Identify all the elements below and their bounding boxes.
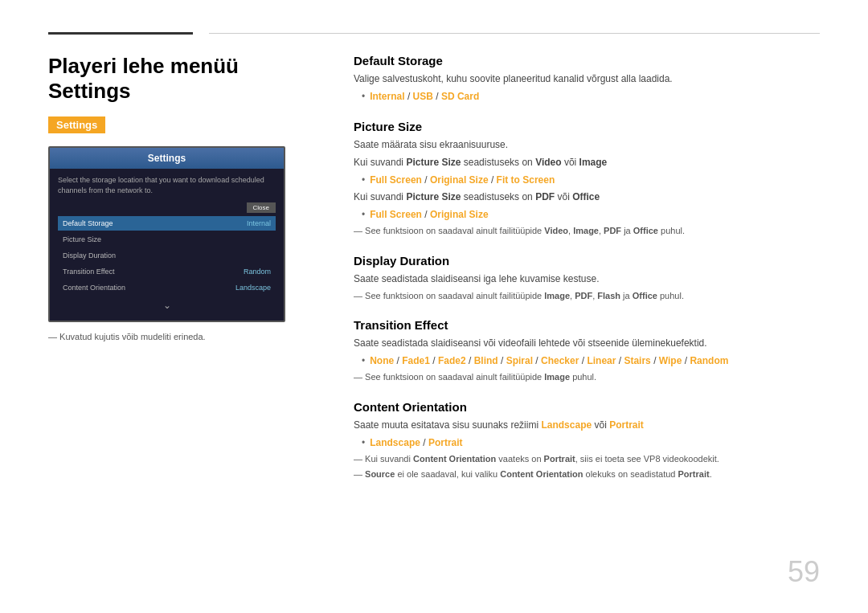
bullet-text: Internal / USB / SD Card — [370, 89, 479, 104]
mockup-note: Kuvatud kujutis võib mudeliti erineda. — [48, 332, 321, 341]
top-line-dark — [48, 32, 193, 35]
page-title: Playeri lehe menüü Settings — [48, 54, 321, 104]
section-default-storage: Default Storage Valige salvestuskoht, ku… — [354, 54, 820, 104]
mockup-description: Select the storage location that you wan… — [58, 175, 276, 195]
page-number: 59 — [788, 555, 820, 589]
option-internal: Internal — [370, 91, 404, 102]
option-originalsize-2: Original Size — [430, 209, 489, 220]
mockup-row-content-orientation[interactable]: Content Orientation Landscape — [58, 280, 276, 295]
top-decorative-lines — [48, 32, 820, 35]
bullet-dot: • — [362, 353, 365, 368]
bullet-dot: • — [362, 207, 365, 222]
section-transition-effect: Transition Effect Saate seadistada slaid… — [354, 318, 820, 384]
option-fullscreen-2: Full Screen — [370, 209, 422, 220]
right-column: Default Storage Valige salvestuskoht, ku… — [354, 54, 820, 497]
section-text-picture-size-2: Kui suvandi Picture Size seadistuseks on… — [354, 155, 820, 170]
mockup-header: Settings — [50, 148, 284, 169]
mockup-row-display-duration[interactable]: Display Duration — [58, 248, 276, 263]
section-content-orientation: Content Orientation Saate muuta esitatav… — [354, 400, 820, 481]
mockup-close-row: Close — [58, 202, 276, 213]
section-title-content-orientation: Content Orientation — [354, 400, 820, 414]
section-text-default-storage: Valige salvestuskoht, kuhu soovite plane… — [354, 72, 820, 86]
mockup-row-label-3: Transition Effect — [63, 268, 115, 276]
section-text-picture-size-3: Kui suvandi Picture Size seadistuseks on… — [354, 190, 820, 204]
section-title-picture-size: Picture Size — [354, 120, 820, 133]
top-line-light — [209, 33, 820, 34]
section-display-duration: Display Duration Saate seadistada slaidi… — [354, 254, 820, 303]
mockup-body: Select the storage location that you wan… — [50, 169, 284, 320]
mockup-row-value-4: Landscape — [235, 284, 271, 292]
mockup-row-value-3: Random — [244, 268, 271, 276]
option-originalsize: Original Size — [430, 174, 489, 186]
option-fittoscreen: Fit to Screen — [497, 174, 555, 186]
mockup-close-button[interactable]: Close — [247, 202, 276, 213]
mockup-chevron: ⌄ — [58, 296, 276, 314]
section-title-display-duration: Display Duration — [354, 254, 820, 268]
bullet-content-orientation: • Landscape / Portrait — [362, 435, 820, 450]
section-picture-size: Picture Size Saate määrata sisu ekraanis… — [354, 120, 820, 238]
settings-mockup: Settings Select the storage location tha… — [48, 146, 285, 321]
option-sdcard: SD Card — [441, 91, 479, 102]
note-picture-size: See funktsioon on saadaval ainult failit… — [354, 224, 820, 238]
bullet-picture-size-video: • Full Screen / Original Size / Fit to S… — [362, 173, 820, 187]
bullet-dot: • — [362, 173, 365, 187]
note-display-duration: See funktsioon on saadaval ainult failit… — [354, 289, 820, 303]
section-text-content-orientation: Saate muuta esitatava sisu suunaks režii… — [354, 418, 820, 432]
mockup-row-default-storage[interactable]: Default Storage Internal — [58, 216, 276, 231]
mockup-row-label-2: Display Duration — [63, 251, 116, 260]
mockup-row-label-4: Content Orientation — [63, 284, 125, 292]
option-usb: USB — [413, 91, 433, 102]
section-title-default-storage: Default Storage — [354, 54, 820, 67]
mockup-row-transition-effect[interactable]: Transition Effect Random — [58, 264, 276, 279]
section-text-transition-effect: Saate seadistada slaidiseansi või videof… — [354, 336, 820, 350]
bullet-dot: • — [362, 435, 365, 450]
left-column: Playeri lehe menüü Settings Settings Set… — [48, 54, 321, 497]
bullet-dot: • — [362, 89, 365, 104]
mockup-row-picture-size[interactable]: Picture Size — [58, 232, 276, 247]
bullet-transition-effect: • None / Fade1 / Fade2 / Blind / Spiral … — [362, 353, 820, 368]
section-title-transition-effect: Transition Effect — [354, 318, 820, 332]
option-fullscreen: Full Screen — [370, 174, 422, 186]
bullet-picture-size-pdf: • Full Screen / Original Size — [362, 207, 820, 222]
mockup-row-value-0: Internal — [247, 219, 271, 227]
note-content-orientation-2: Source ei ole saadaval, kui valiku Conte… — [354, 468, 820, 481]
section-text-display-duration: Saate seadistada slaidiseansi iga lehe k… — [354, 272, 820, 286]
note-content-orientation-1: Kui suvandi Content Orientation vaateks … — [354, 452, 820, 466]
bullet-default-storage: • Internal / USB / SD Card — [362, 89, 820, 104]
settings-badge: Settings — [48, 116, 105, 133]
mockup-row-label-0: Default Storage — [63, 219, 113, 227]
note-transition-effect: See funktsioon on saadaval ainult failit… — [354, 370, 820, 384]
page-container: Playeri lehe menüü Settings Settings Set… — [0, 0, 868, 613]
mockup-row-label-1: Picture Size — [63, 235, 101, 243]
main-layout: Playeri lehe menüü Settings Settings Set… — [48, 54, 820, 497]
section-text-picture-size-1: Saate määrata sisu ekraanisuuruse. — [354, 137, 820, 152]
